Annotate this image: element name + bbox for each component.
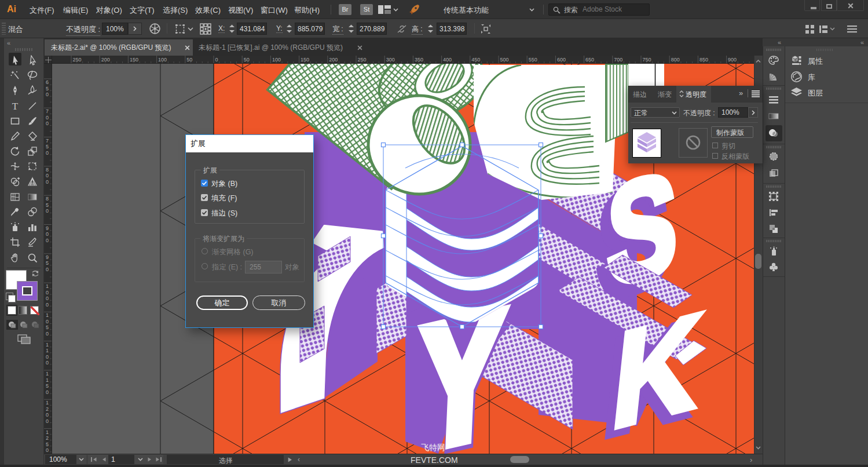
- svg-text:8: 8: [46, 167, 49, 173]
- svg-text:7: 7: [46, 138, 49, 144]
- svg-text:0: 0: [46, 360, 49, 366]
- svg-text:T: T: [12, 101, 19, 111]
- svg-text:7: 7: [46, 108, 49, 114]
- svg-text:0: 0: [46, 447, 49, 453]
- svg-text:0: 0: [46, 331, 49, 337]
- svg-text:9: 9: [46, 225, 49, 231]
- svg-text:50: 50: [244, 57, 250, 63]
- svg-text:5: 5: [46, 260, 49, 266]
- svg-text:0: 0: [46, 92, 49, 97]
- svg-text:0: 0: [46, 208, 49, 214]
- svg-text:0: 0: [46, 267, 49, 272]
- svg-text:1: 1: [46, 312, 49, 318]
- svg-text:5: 5: [46, 383, 49, 389]
- svg-text:1: 1: [46, 400, 49, 406]
- svg-text:8: 8: [46, 196, 49, 202]
- svg-text:1: 1: [46, 342, 49, 348]
- svg-text:1: 1: [46, 283, 49, 289]
- svg-text:0: 0: [46, 418, 49, 424]
- svg-text:0: 0: [46, 319, 49, 324]
- svg-text:0: 0: [46, 389, 49, 395]
- svg-text:0: 0: [46, 238, 49, 243]
- svg-text:0: 0: [46, 121, 49, 126]
- svg-text:1: 1: [46, 377, 49, 383]
- svg-text:0: 0: [46, 295, 49, 301]
- svg-text:0: 0: [46, 179, 49, 185]
- svg-text:5: 5: [46, 202, 49, 208]
- svg-text:9: 9: [46, 254, 49, 260]
- svg-text:0: 0: [46, 173, 49, 178]
- svg-text:0: 0: [46, 302, 49, 308]
- svg-text:0: 0: [215, 57, 218, 63]
- svg-text:0: 0: [46, 231, 49, 237]
- svg-text:5: 5: [46, 324, 49, 330]
- svg-text:0: 0: [46, 412, 49, 418]
- svg-text:5: 5: [46, 144, 49, 149]
- svg-text:6: 6: [46, 79, 49, 85]
- svg-text:1: 1: [46, 371, 49, 377]
- svg-text:1: 1: [46, 348, 49, 353]
- svg-text:2: 2: [46, 406, 49, 412]
- svg-text:5: 5: [46, 442, 49, 447]
- svg-text:0: 0: [46, 115, 49, 121]
- svg-text:5: 5: [46, 86, 49, 92]
- svg-text:飞特网: 飞特网: [421, 443, 445, 452]
- svg-text:0: 0: [46, 150, 49, 156]
- svg-text:0: 0: [46, 354, 49, 360]
- svg-text:0: 0: [46, 290, 49, 295]
- svg-text:50: 50: [186, 57, 192, 63]
- svg-text:2: 2: [46, 435, 49, 441]
- svg-text:1: 1: [46, 429, 49, 435]
